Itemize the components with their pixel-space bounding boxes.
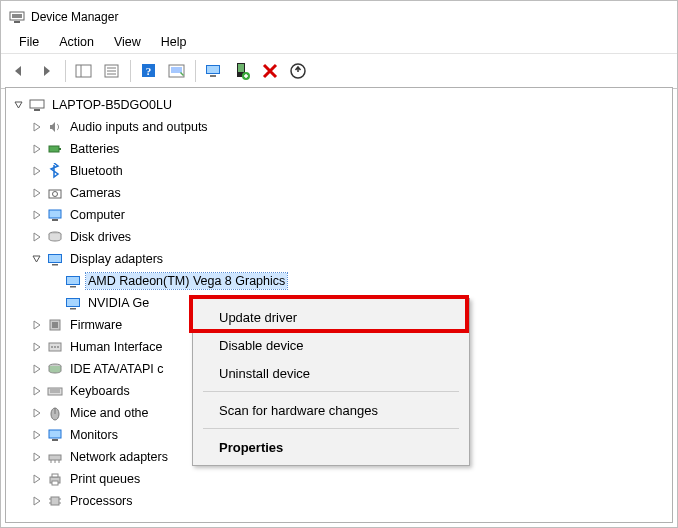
collapse-icon[interactable]	[30, 252, 44, 266]
tree-root-label: LAPTOP-B5DGO0LU	[50, 97, 174, 113]
processor-icon	[46, 492, 64, 510]
disk-icon	[46, 228, 64, 246]
tree-item-bluetooth[interactable]: Bluetooth	[30, 160, 672, 182]
tree-item-computer[interactable]: Computer	[30, 204, 672, 226]
back-button[interactable]	[6, 58, 32, 84]
tree-label: Monitors	[68, 427, 120, 443]
expand-icon[interactable]	[30, 472, 44, 486]
add-hardware-button[interactable]	[285, 58, 311, 84]
tree-item-display[interactable]: Display adapters	[30, 248, 672, 270]
svg-point-43	[57, 346, 59, 348]
tree-label: Mice and othe	[68, 405, 151, 421]
expand-icon[interactable]	[30, 318, 44, 332]
tree-label: Human Interface	[68, 339, 164, 355]
update-driver-button[interactable]	[201, 58, 227, 84]
svg-rect-52	[49, 455, 61, 460]
svg-rect-21	[34, 109, 40, 111]
expand-icon[interactable]	[30, 428, 44, 442]
expand-icon[interactable]	[30, 406, 44, 420]
svg-rect-1	[12, 14, 22, 18]
svg-point-25	[53, 192, 58, 197]
display-icon	[64, 294, 82, 312]
svg-rect-17	[238, 64, 244, 72]
ctx-uninstall-device[interactable]: Uninstall device	[195, 359, 467, 387]
tree-item-audio[interactable]: Audio inputs and outputs	[30, 116, 672, 138]
svg-rect-50	[49, 430, 61, 438]
tree-item-amd-radeon[interactable]: AMD Radeon(TM) Vega 8 Graphics	[48, 270, 672, 292]
tree-panel: LAPTOP-B5DGO0LU Audio inputs and outputs…	[5, 87, 673, 523]
menu-view[interactable]: View	[104, 33, 151, 51]
tree-label: Bluetooth	[68, 163, 125, 179]
svg-rect-39	[52, 322, 58, 328]
svg-rect-12	[171, 67, 182, 73]
ctx-disable-device[interactable]: Disable device	[195, 331, 467, 359]
app-icon	[9, 9, 25, 25]
tree-item-disk[interactable]: Disk drives	[30, 226, 672, 248]
tree-label: Disk drives	[68, 229, 133, 245]
expand-icon[interactable]	[30, 230, 44, 244]
toolbar: ?	[1, 53, 677, 89]
ctx-separator	[203, 391, 459, 392]
svg-rect-15	[210, 75, 216, 77]
computer-icon	[28, 96, 46, 114]
audio-icon	[46, 118, 64, 136]
help-button[interactable]: ?	[136, 58, 162, 84]
expand-icon[interactable]	[30, 384, 44, 398]
device-manager-window: Device Manager File Action View Help ? L…	[0, 0, 678, 528]
ctx-separator	[203, 428, 459, 429]
collapse-icon[interactable]	[12, 98, 26, 112]
computer-icon	[46, 206, 64, 224]
expand-icon[interactable]	[30, 142, 44, 156]
svg-rect-31	[52, 264, 58, 266]
expand-icon[interactable]	[30, 494, 44, 508]
toolbar-separator	[130, 60, 131, 82]
menu-help[interactable]: Help	[151, 33, 197, 51]
tree-label: Batteries	[68, 141, 121, 157]
network-icon	[46, 448, 64, 466]
svg-rect-22	[49, 146, 59, 152]
expand-icon[interactable]	[30, 120, 44, 134]
ctx-properties[interactable]: Properties	[195, 433, 467, 461]
menu-bar: File Action View Help	[1, 31, 677, 53]
uninstall-device-button[interactable]	[257, 58, 283, 84]
scan-hardware-button[interactable]	[164, 58, 190, 84]
show-hide-tree-button[interactable]	[71, 58, 97, 84]
ctx-update-driver[interactable]: Update driver	[195, 303, 467, 331]
expand-icon[interactable]	[30, 208, 44, 222]
svg-rect-57	[52, 474, 58, 477]
svg-rect-58	[52, 481, 58, 485]
window-title: Device Manager	[31, 10, 118, 24]
svg-rect-51	[52, 439, 58, 441]
tree-label: Display adapters	[68, 251, 165, 267]
menu-file[interactable]: File	[9, 33, 49, 51]
tree-item-batteries[interactable]: Batteries	[30, 138, 672, 160]
tree-label: Audio inputs and outputs	[68, 119, 210, 135]
expand-icon[interactable]	[30, 362, 44, 376]
svg-rect-23	[59, 148, 61, 150]
menu-action[interactable]: Action	[49, 33, 104, 51]
properties-button[interactable]	[99, 58, 125, 84]
tree-label: Firmware	[68, 317, 124, 333]
forward-button[interactable]	[34, 58, 60, 84]
expand-icon[interactable]	[30, 164, 44, 178]
svg-rect-3	[76, 65, 91, 77]
tree-item-cameras[interactable]: Cameras	[30, 182, 672, 204]
monitor-icon	[46, 426, 64, 444]
battery-icon	[46, 140, 64, 158]
svg-point-42	[54, 346, 56, 348]
enable-device-button[interactable]	[229, 58, 255, 84]
tree-item-processors[interactable]: Processors	[30, 490, 672, 512]
ctx-scan-hardware[interactable]: Scan for hardware changes	[195, 396, 467, 424]
expand-icon[interactable]	[30, 186, 44, 200]
svg-rect-27	[52, 219, 58, 221]
expand-icon[interactable]	[30, 340, 44, 354]
expand-icon[interactable]	[30, 450, 44, 464]
tree-label: Processors	[68, 493, 135, 509]
tree-label: Keyboards	[68, 383, 132, 399]
tree-root[interactable]: LAPTOP-B5DGO0LU	[12, 94, 672, 116]
svg-rect-20	[30, 100, 44, 108]
title-bar: Device Manager	[1, 1, 677, 31]
svg-rect-30	[49, 255, 61, 262]
tree-item-printers[interactable]: Print queues	[30, 468, 672, 490]
svg-rect-26	[49, 210, 61, 218]
